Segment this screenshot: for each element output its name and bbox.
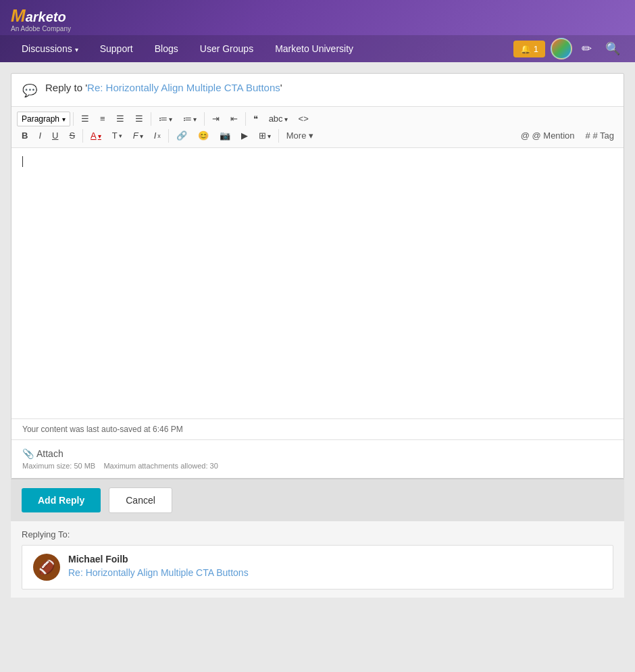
font-color-button[interactable]: A <box>86 128 106 143</box>
spellcheck-icon: abc <box>269 114 283 124</box>
nav-marketo-university[interactable]: Marketo University <box>264 35 364 62</box>
at-icon: @ <box>521 130 530 141</box>
notification-count: 1 <box>534 44 538 54</box>
italic-icon: I <box>39 130 41 141</box>
image-button[interactable]: 📷 <box>215 128 235 143</box>
blockquote-button[interactable]: ❝ <box>249 111 263 126</box>
list-unordered-icon: ≔ <box>159 114 168 124</box>
text-size-button[interactable]: T▾ <box>107 128 127 143</box>
editor-title: Reply to 'Re: Horizontally Align Multipl… <box>45 82 282 93</box>
toolbar-separator-4 <box>245 112 246 126</box>
replying-section: Replying To: 🏈 Michael Foilb Re: Horizon… <box>11 521 624 598</box>
indent-icon: ⇥ <box>212 114 220 124</box>
font-color-chevron <box>98 130 101 141</box>
nav-blogs[interactable]: Blogs <box>144 35 189 62</box>
outdent-icon: ⇤ <box>230 114 238 124</box>
text-cursor <box>22 156 23 167</box>
strikethrough-icon: S <box>69 130 75 141</box>
toolbar-separator-5 <box>82 129 83 143</box>
paragraph-label: Paragraph <box>22 114 59 124</box>
align-left-icon: ☰ <box>81 114 89 124</box>
outdent-button[interactable]: ⇤ <box>226 111 243 126</box>
bell-icon: 🔔 <box>520 44 531 54</box>
reply-post: 🏈 Michael Foilb Re: Horizontally Align M… <box>22 545 613 590</box>
attach-label: Attach <box>36 448 63 459</box>
spellcheck-button[interactable]: abc <box>264 111 293 126</box>
action-bar: Add Reply Cancel <box>11 479 624 521</box>
clear-format-button[interactable]: Ix <box>149 128 166 143</box>
logo-bar: Marketo An Adobe Company <box>0 0 635 35</box>
list-unordered-chevron <box>169 114 172 124</box>
toolbar-row2: B I U S A T▾ <box>17 128 618 143</box>
nav-support[interactable]: Support <box>89 35 144 62</box>
align-center-button[interactable]: ≡ <box>95 111 110 126</box>
strikethrough-button[interactable]: S <box>64 128 80 143</box>
indent-button[interactable]: ⇥ <box>207 111 224 126</box>
align-left-button[interactable]: ☰ <box>76 111 94 126</box>
notification-button[interactable]: 🔔 1 <box>513 41 545 57</box>
align-center-icon: ≡ <box>100 114 105 124</box>
bold-button[interactable]: B <box>17 128 32 143</box>
mention-tag-group: @ @ Mention # # Tag <box>517 128 618 143</box>
align-right-button[interactable]: ☰ <box>111 111 129 126</box>
align-justify-button[interactable]: ☰ <box>130 111 148 126</box>
logo-text: arketo <box>26 9 66 24</box>
football-icon: 🏈 <box>39 559 55 575</box>
underline-button[interactable]: U <box>47 128 63 143</box>
italic-button[interactable]: I <box>34 128 46 143</box>
more-button[interactable]: More ▾ <box>282 128 318 143</box>
mention-button[interactable]: @ @ Mention <box>517 128 579 143</box>
clear-format-icon: I <box>154 130 157 141</box>
search-icon: 🔍 <box>605 42 620 55</box>
toolbar-separator-3 <box>204 112 205 126</box>
paperclip-icon: 📎 <box>22 448 34 459</box>
edit-button[interactable]: ✏ <box>578 37 596 60</box>
chevron-down-icon <box>75 43 78 54</box>
reply-post-title[interactable]: Re: Horizontally Align Multiple CTA Butt… <box>68 567 249 578</box>
list-ordered-icon: ≔ <box>183 114 192 124</box>
font-family-button[interactable]: F <box>128 128 148 143</box>
tag-button[interactable]: # # Tag <box>582 128 618 143</box>
blockquote-icon: ❝ <box>253 114 258 124</box>
editor-body[interactable] <box>11 148 624 418</box>
nav-discussions[interactable]: Discussions <box>11 35 89 62</box>
toolbar-row1: Paragraph ☰ ≡ ☰ ☰ ≔ <box>17 111 618 126</box>
underline-icon: U <box>52 130 58 141</box>
editor-container: 💬 Reply to 'Re: Horizontally Align Multi… <box>11 73 624 479</box>
emoji-button[interactable]: 😊 <box>193 128 213 143</box>
paragraph-select[interactable]: Paragraph <box>17 112 70 126</box>
source-button[interactable]: <> <box>294 111 313 126</box>
nav-university-label: Marketo University <box>275 43 353 54</box>
toolbar-separator-2 <box>151 112 151 126</box>
font-color-icon: A <box>91 130 97 141</box>
nav-user-groups-label: User Groups <box>200 43 253 54</box>
hash-icon: # <box>586 130 590 141</box>
nav-user-groups[interactable]: User Groups <box>189 35 264 62</box>
title-link[interactable]: Re: Horizontally Align Multiple CTA Butt… <box>87 82 280 93</box>
reply-content: Michael Foilb Re: Horizontally Align Mul… <box>68 554 249 578</box>
source-icon: <> <box>299 114 309 124</box>
avatar[interactable] <box>551 38 572 59</box>
search-button[interactable]: 🔍 <box>601 37 624 60</box>
video-button[interactable]: ▶ <box>236 128 253 143</box>
reply-author: Michael Foilb <box>68 554 249 565</box>
link-icon: 🔗 <box>176 130 187 141</box>
add-reply-button[interactable]: Add Reply <box>22 488 101 512</box>
tag-label: # Tag <box>592 130 614 141</box>
logo-sub: An Adobe Company <box>11 25 71 32</box>
font-family-icon: F <box>133 130 138 141</box>
list-ordered-button[interactable]: ≔ <box>178 111 201 126</box>
toolbar-separator-6 <box>168 129 169 143</box>
list-unordered-button[interactable]: ≔ <box>154 111 177 126</box>
attach-link[interactable]: 📎 Attach <box>22 448 613 459</box>
bold-icon: B <box>22 130 28 141</box>
paragraph-chevron-icon <box>62 114 66 124</box>
spellcheck-chevron <box>284 114 288 124</box>
link-button[interactable]: 🔗 <box>172 128 192 143</box>
cancel-button[interactable]: Cancel <box>109 487 172 513</box>
top-header: Marketo An Adobe Company Discussions Sup… <box>0 0 635 62</box>
table-button[interactable]: ⊞ <box>254 128 276 143</box>
nav-bar: Discussions Support Blogs User Groups Ma… <box>0 35 635 62</box>
attach-max-size: Maximum size: 50 MB <box>22 462 95 470</box>
toolbar-separator-7 <box>278 129 279 143</box>
